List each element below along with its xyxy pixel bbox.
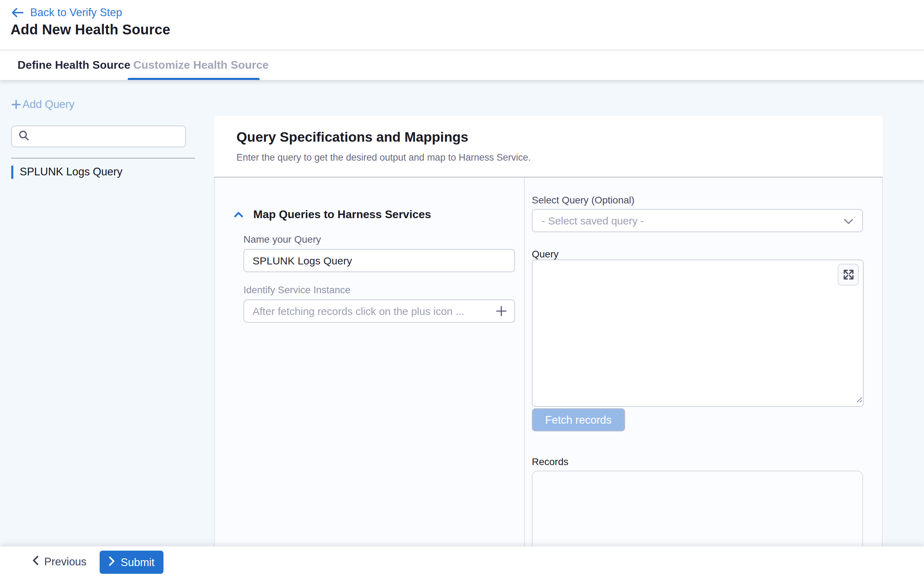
search-input[interactable] bbox=[34, 130, 179, 143]
select-query-label: Select Query (Optional) bbox=[532, 194, 635, 206]
fetch-records-button[interactable]: Fetch records bbox=[532, 408, 625, 431]
search-icon bbox=[18, 130, 29, 143]
app-root: Back to Verify Step Add New Health Sourc… bbox=[0, 0, 924, 578]
chevron-up-icon bbox=[234, 208, 244, 221]
chevron-right-icon bbox=[109, 556, 115, 568]
service-instance-field bbox=[244, 300, 515, 323]
active-tab-underline bbox=[128, 78, 260, 80]
map-queries-heading: Map Queries to Harness Services bbox=[253, 208, 431, 221]
query-search-box bbox=[11, 125, 186, 147]
saved-query-select-value: - Select saved query - bbox=[542, 214, 644, 227]
previous-button-label: Previous bbox=[44, 555, 87, 568]
page-header: Back to Verify Step Add New Health Sourc… bbox=[0, 0, 924, 50]
submit-button-label: Submit bbox=[121, 556, 155, 568]
collapse-section-toggle[interactable] bbox=[232, 208, 245, 222]
query-label: Query bbox=[532, 248, 559, 260]
expand-icon bbox=[843, 270, 854, 280]
sidebar-divider bbox=[11, 158, 195, 159]
records-panel bbox=[532, 471, 863, 546]
expand-query-button[interactable] bbox=[838, 264, 859, 286]
card-title: Query Specifications and Mappings bbox=[236, 129, 468, 145]
query-spec-card: Query Specifications and Mappings Enter … bbox=[214, 116, 883, 546]
footer-bar: Previous Submit bbox=[0, 546, 924, 578]
resize-handle[interactable] bbox=[855, 393, 862, 406]
card-header: Query Specifications and Mappings Enter … bbox=[214, 116, 883, 177]
tab-define-health-source[interactable]: Define Health Source bbox=[18, 50, 130, 80]
add-query-button[interactable]: Add Query bbox=[11, 98, 75, 111]
identify-service-instance-label: Identify Service Instance bbox=[244, 284, 351, 295]
chevron-left-icon bbox=[32, 555, 39, 568]
page-title: Add New Health Source bbox=[11, 22, 170, 38]
saved-query-select[interactable]: - Select saved query - bbox=[532, 209, 863, 232]
add-query-label: Add Query bbox=[23, 98, 75, 111]
back-link-label: Back to Verify Step bbox=[30, 6, 122, 19]
tab-bar: Define Health Source Customize Health So… bbox=[0, 50, 924, 80]
chevron-down-icon bbox=[844, 214, 853, 227]
name-your-query-label: Name your Query bbox=[244, 234, 321, 245]
add-service-instance-plus-button[interactable] bbox=[493, 302, 509, 320]
content-area: Add Query SPLUNK Logs Query Query Specif… bbox=[0, 79, 924, 546]
previous-button[interactable]: Previous bbox=[28, 550, 91, 573]
records-label: Records bbox=[532, 456, 568, 467]
card-body: Map Queries to Harness Services Name you… bbox=[214, 177, 883, 546]
back-to-verify-step-link[interactable]: Back to Verify Step bbox=[11, 6, 122, 19]
query-textarea[interactable] bbox=[532, 260, 864, 407]
sidebar-item-splunk-logs-query[interactable]: SPLUNK Logs Query bbox=[11, 165, 122, 179]
column-divider bbox=[524, 177, 525, 546]
service-instance-input[interactable] bbox=[244, 300, 515, 323]
query-name-input[interactable] bbox=[244, 249, 515, 272]
selected-indicator-bar bbox=[11, 165, 13, 179]
plus-icon bbox=[11, 100, 21, 109]
tab-customize-health-source[interactable]: Customize Health Source bbox=[133, 50, 269, 80]
query-item-label: SPLUNK Logs Query bbox=[19, 166, 122, 178]
query-editor bbox=[532, 260, 864, 407]
arrow-left-icon bbox=[11, 8, 24, 18]
submit-button[interactable]: Submit bbox=[100, 550, 164, 574]
card-subtitle: Enter the query to get the desired outpu… bbox=[236, 152, 531, 163]
